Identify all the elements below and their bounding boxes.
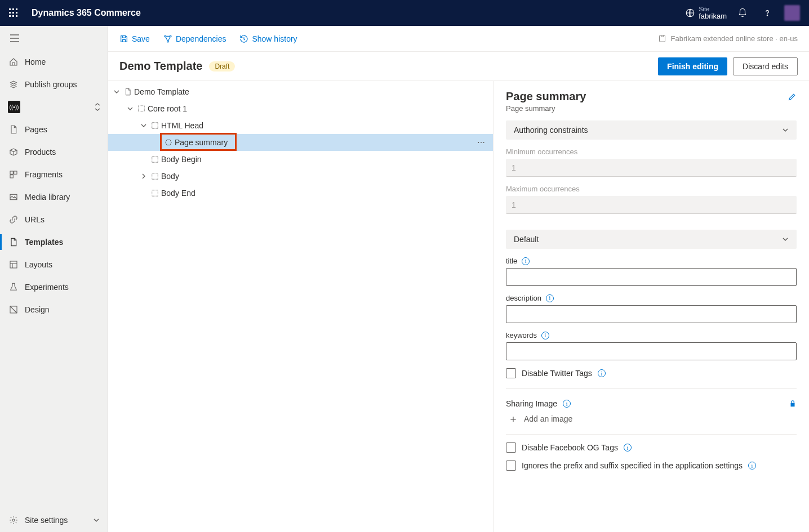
dependencies-button[interactable]: Dependencies [163,34,226,43]
experiments-icon [9,283,25,292]
info-icon[interactable]: i [624,444,632,451]
dependencies-label: Dependencies [176,34,226,43]
title-bar: Demo Template Draft Finish editing Disca… [108,52,809,81]
tree-node-body[interactable]: Body [108,168,493,185]
disable-facebook-label: Disable Facebook OG Tags [522,443,618,452]
edit-icon[interactable] [788,92,797,101]
lock-icon [789,400,797,408]
disable-twitter-checkbox[interactable] [506,368,516,378]
svg-rect-22 [152,123,158,129]
sidebar-item-label: Home [25,57,46,66]
chevron-down-icon[interactable] [112,89,122,95]
svg-rect-7 [12,15,14,17]
svg-point-17 [165,35,166,37]
add-image-button[interactable]: ＋ Add an image [506,414,797,424]
sidebar-item-products[interactable]: Products [0,141,108,163]
expand-collapse-icon[interactable] [94,102,101,111]
broadcast-icon: ((•)) [8,101,20,113]
svg-rect-12 [14,171,17,174]
sidebar-item-label: Products [25,147,56,157]
keywords-input[interactable] [506,342,797,360]
info-icon[interactable]: i [546,294,554,302]
svg-rect-1 [12,8,14,10]
tree-node-label: HTML Head [161,121,203,130]
chevron-down-icon[interactable] [125,106,135,111]
info-icon[interactable]: i [522,257,530,265]
info-icon[interactable]: i [748,462,756,470]
page-title: Demo Template [119,60,202,73]
section-authoring-constraints[interactable]: Authoring constraints [506,120,797,140]
help-icon[interactable] [755,0,780,26]
info-icon[interactable]: i [598,369,606,377]
sidebar-item-home[interactable]: Home [0,51,108,73]
sidebar-item-design[interactable]: Design [0,298,108,321]
tree-node-core-root[interactable]: Core root 1 [108,100,493,117]
sidebar-item-urls[interactable]: URLs [0,208,108,231]
urls-icon [9,215,25,224]
tree-node-page-summary[interactable]: Page summary ⋯ [108,134,493,151]
chevron-down-icon [93,517,100,524]
context-label: Fabrikam extended online store · en-us [658,34,798,43]
sidebar-item-pages[interactable]: Pages [0,118,108,141]
document-icon [122,88,134,96]
info-icon[interactable]: i [563,400,571,408]
app-launcher-icon[interactable] [5,4,23,22]
layouts-icon [9,260,25,269]
sidebar-item-media-library[interactable]: Media library [0,186,108,208]
notifications-icon[interactable] [730,0,755,26]
outline-tree: Demo Template Core root 1 HTML Head Page… [108,81,494,532]
container-icon [135,105,148,113]
templates-icon [9,238,25,247]
tree-node-label: Body End [161,189,195,198]
svg-rect-20 [659,35,665,42]
sidebar-item-experiments[interactable]: Experiments [0,276,108,298]
properties-title: Page summary [506,90,586,103]
svg-rect-5 [16,12,17,14]
tree-node-body-begin[interactable]: Body Begin [108,151,493,168]
sidebar-item-publish-groups[interactable]: Publish groups [0,73,108,96]
svg-rect-3 [9,12,11,14]
svg-rect-13 [10,175,13,178]
media-icon [9,193,25,202]
max-occurrences-value: 1 [506,196,797,214]
info-icon[interactable]: i [541,332,549,339]
sidebar-toggle[interactable] [0,26,108,51]
tree-node-html-head[interactable]: HTML Head [108,117,493,134]
properties-panel: Page summary Page summary Authoring cons… [494,81,809,532]
user-avatar[interactable] [784,5,800,21]
title-input[interactable] [506,268,797,286]
tree-node-label: Page summary [175,138,228,147]
chevron-right-icon[interactable] [139,173,149,179]
design-icon [9,305,25,314]
show-history-button[interactable]: Show history [239,34,297,43]
sidebar-item-site-settings[interactable]: Site settings [0,507,108,532]
status-badge: Draft [209,61,235,71]
sidebar-item-templates[interactable]: Templates [0,231,108,253]
sidebar-item-channel[interactable]: ((•)) [0,96,108,118]
sidebar-item-label: URLs [25,215,45,224]
command-bar: Save Dependencies Show history Fabrikam … [108,26,809,52]
pages-icon [9,125,25,134]
discard-edits-button[interactable]: Discard edits [733,57,798,75]
svg-rect-23 [152,157,158,163]
disable-facebook-checkbox[interactable] [506,442,516,453]
description-input[interactable] [506,305,797,323]
disable-twitter-label: Disable Twitter Tags [522,369,592,378]
section-default[interactable]: Default [506,230,797,249]
sidebar-item-layouts[interactable]: Layouts [0,253,108,276]
finish-editing-button[interactable]: Finish editing [658,57,727,75]
tree-node-demo-template[interactable]: Demo Template [108,83,493,100]
properties-subtitle: Page summary [506,104,797,113]
site-switcher[interactable]: Site fabrikam [682,6,730,20]
chevron-down-icon [782,127,789,133]
svg-rect-8 [16,15,17,17]
global-header: Dynamics 365 Commerce Site fabrikam [0,0,809,26]
tree-node-body-end[interactable]: Body End [108,185,493,202]
save-button[interactable]: Save [119,34,150,43]
ignore-prefix-checkbox[interactable] [506,461,516,471]
more-actions-icon[interactable]: ⋯ [477,138,485,147]
chevron-down-icon[interactable] [139,123,149,128]
sidebar-item-fragments[interactable]: Fragments [0,163,108,186]
tree-node-label: Core root 1 [148,104,187,113]
svg-point-10 [767,15,767,16]
